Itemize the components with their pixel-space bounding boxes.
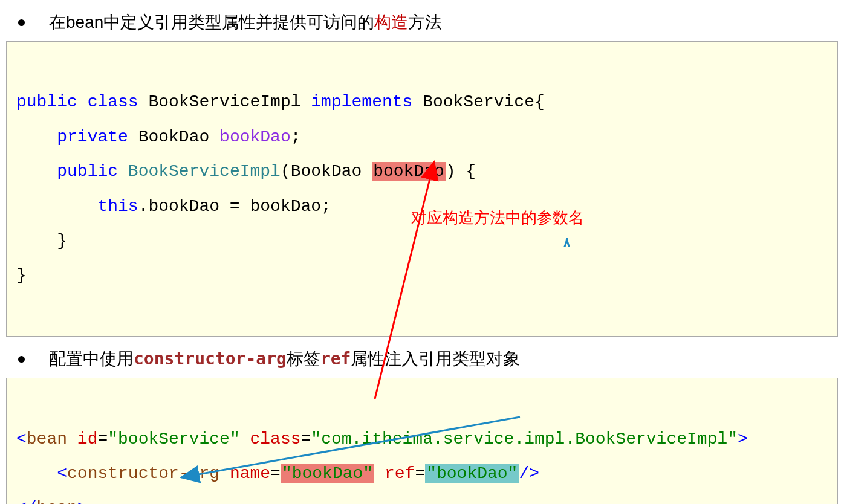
indent (16, 464, 57, 483)
bullet-1-text: 在bean中定义引用类型属性并提供可访问的构造方法 (49, 11, 442, 34)
eq: = (97, 430, 108, 448)
sp (374, 464, 385, 483)
kw-class: class (88, 92, 138, 111)
tag-ctor-arg: constructor-arg (67, 464, 230, 483)
bullet-2-text: 配置中使用constructor-arg标签ref属性注入引用类型对象 (49, 347, 520, 370)
code-block-xml: <bean id="bookService" class="com.itheim… (6, 378, 838, 504)
brace-close-2: } (16, 266, 27, 285)
attr-name: name (230, 464, 270, 483)
kw-public-2: public (57, 162, 118, 181)
gt: > (738, 430, 748, 448)
code-block-java: public class BookServiceImpl implements … (6, 41, 838, 337)
attr-class: class (250, 430, 301, 448)
bullet-2: 配置中使用constructor-arg标签ref属性注入引用类型对象 (18, 347, 838, 370)
iface-name: BookService{ (412, 92, 544, 111)
lt-slash: </ (16, 499, 37, 504)
val-ref-highlight: "bookDao" (425, 464, 519, 483)
field-type: BookDao (128, 128, 219, 146)
field-name: bookDao (219, 128, 291, 146)
sp (240, 430, 250, 448)
caret-icon: ٨ (563, 229, 571, 256)
kw-implements: implements (311, 92, 412, 111)
semi: ; (291, 128, 301, 146)
kw-public: public (16, 92, 77, 111)
kw-this: this (97, 197, 138, 216)
eq: = (270, 464, 281, 483)
eq: = (415, 464, 425, 483)
assign: .bookDao = bookDao; (138, 197, 331, 216)
bullet-icon (18, 356, 25, 363)
bullet-2-code2: ref (320, 349, 351, 369)
slash-gt: /> (519, 464, 539, 483)
bullet-1-highlight: 构造 (374, 13, 408, 31)
ctor-name: BookServiceImpl (128, 162, 281, 181)
val-name-highlight: "bookDao" (281, 464, 374, 483)
sp (118, 162, 128, 181)
ctor-close: ) { (446, 162, 476, 181)
bullet-2-code1: constructor-arg (134, 349, 287, 369)
tag-bean-close: bean (37, 499, 77, 504)
class-name: BookServiceImpl (138, 92, 311, 111)
annotation-red-text: 对应构造方法中的参数名 (411, 207, 584, 228)
ctor-param-highlight: bookDao (372, 162, 446, 181)
bullet-1-prefix: 在bean中定义引用类型属性并提供可访问的 (49, 13, 374, 31)
ctor-open: (BookDao (281, 162, 372, 181)
tag-bean: bean (27, 430, 77, 448)
bullet-1: 在bean中定义引用类型属性并提供可访问的构造方法 (18, 11, 838, 34)
val-class: "com.itheima.service.impl.BookServiceImp… (311, 430, 738, 448)
gt: > (77, 499, 88, 504)
attr-ref: ref (385, 464, 415, 483)
lt: < (16, 430, 27, 448)
bullet-1-suffix: 方法 (408, 13, 442, 31)
attr-id: id (77, 430, 98, 448)
kw-private: private (57, 128, 128, 146)
lt: < (57, 464, 67, 483)
bullet-2-prefix: 配置中使用 (49, 349, 134, 368)
bullet-2-suffix: 属性注入引用类型对象 (351, 349, 520, 368)
eq: = (301, 430, 311, 448)
brace-close-1: } (16, 231, 67, 250)
bullet-2-mid: 标签 (287, 349, 320, 368)
val-bookservice: "bookService" (108, 430, 239, 448)
bullet-icon (18, 19, 25, 26)
